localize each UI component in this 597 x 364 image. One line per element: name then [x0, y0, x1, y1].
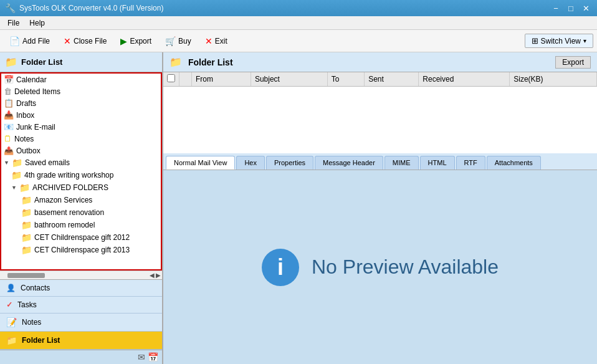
tree-item-saved-emails[interactable]: ▼ 📁 Saved emails [1, 156, 161, 169]
nav-folder-list[interactable]: 📁 Folder List [0, 332, 162, 350]
archived-folder-icon: 📁 [19, 183, 30, 193]
add-file-icon: 📄 [9, 36, 20, 46]
tab-properties[interactable]: Properties [266, 156, 313, 170]
email-table-container: From Subject To Sent Received Size(KB) [163, 72, 597, 153]
calendar-bottom-icon: 📅 [148, 352, 158, 362]
bottom-nav: 👤 Contacts ✓ Tasks 📝 Notes 📁 Folder List [0, 279, 162, 350]
bottom-icons-bar: ✉ 📅 [0, 350, 162, 364]
writing-workshop-icon: 📁 [11, 170, 22, 180]
close-button[interactable]: ✕ [580, 2, 592, 14]
left-panel: 📁 Folder List 📅 Calendar 🗑 Deleted Items… [0, 52, 163, 364]
junk-icon: 📧 [4, 122, 14, 132]
expand-saved-icon: ▼ [4, 160, 9, 166]
col-from: From [192, 72, 251, 87]
tree-item-junk[interactable]: 📧 Junk E-mail [1, 121, 161, 133]
drafts-icon: 📋 [4, 98, 14, 108]
nav-folder-icon: 📁 [6, 335, 17, 345]
amazon-folder-icon: 📁 [21, 195, 32, 205]
tab-rtf[interactable]: RTF [456, 156, 485, 170]
right-folder-icon: 📁 [170, 56, 182, 68]
folder-tree[interactable]: 📅 Calendar 🗑 Deleted Items 📋 Drafts 📥 In… [0, 72, 162, 271]
calendar-icon: 📅 [4, 75, 14, 84]
tree-item-notes[interactable]: 🗒 Notes [1, 133, 161, 145]
tree-item-bathroom[interactable]: 📁 bathroom remodel [1, 219, 161, 231]
contacts-icon: 👤 [6, 284, 16, 292]
preview-text: No Preview Available [312, 256, 499, 279]
menu-file[interactable]: File [2, 17, 24, 29]
inbox-icon: 📥 [4, 110, 14, 120]
app-icon: 🔧 [5, 3, 16, 13]
notes-icon: 🗒 [4, 134, 12, 143]
export-icon: ▶ [120, 36, 127, 46]
menu-help[interactable]: Help [24, 17, 50, 29]
deleted-icon: 🗑 [4, 87, 12, 96]
tree-item-amazon[interactable]: 📁 Amazon Services [1, 194, 161, 206]
main-layout: 📁 Folder List 📅 Calendar 🗑 Deleted Items… [0, 52, 597, 364]
exit-icon: ✕ [205, 36, 213, 46]
maximize-button[interactable]: □ [565, 2, 577, 14]
app-title: SysTools OLK Converter v4.0 (Full Versio… [19, 4, 163, 12]
tree-item-basement[interactable]: 📁 basement renovation [1, 206, 161, 219]
tree-item-cet2013[interactable]: 📁 CET Childrenspace gift 2013 [1, 244, 161, 256]
close-file-button[interactable]: ✕ Close File [58, 34, 112, 49]
export-right-button[interactable]: Export [555, 56, 591, 69]
toolbar: 📄 Add File ✕ Close File ▶ Export 🛒 Buy ✕… [0, 30, 597, 52]
buy-icon: 🛒 [165, 36, 176, 46]
col-flag [179, 72, 192, 87]
preview-info-icon: i [262, 249, 299, 286]
nav-notes[interactable]: 📝 Notes [0, 314, 162, 332]
tree-item-archived[interactable]: ▼ 📁 ARCHIVED FOLDERS [1, 181, 161, 194]
dropdown-arrow-icon: ▾ [583, 37, 586, 44]
tab-normal-mail[interactable]: Normal Mail View [166, 156, 235, 170]
col-size: Size(KB) [510, 72, 597, 87]
tree-item-cet2012[interactable]: 📁 CET Childrenspace gift 2012 [1, 231, 161, 244]
tab-hex[interactable]: Hex [236, 156, 265, 170]
folder-list-icon: 📁 [5, 56, 17, 68]
cet2013-folder-icon: 📁 [21, 245, 32, 255]
tab-attachments[interactable]: Attachments [487, 156, 541, 170]
buy-button[interactable]: 🛒 Buy [160, 34, 197, 49]
cet2012-folder-icon: 📁 [21, 232, 32, 242]
tree-item-deleted[interactable]: 🗑 Deleted Items [1, 85, 161, 97]
menu-bar: File Help [0, 16, 597, 30]
col-check [163, 72, 179, 87]
tree-item-calendar[interactable]: 📅 Calendar [1, 74, 161, 85]
right-folder-title: Folder List [188, 57, 233, 67]
scroll-right-arrow[interactable]: ▶ [156, 272, 161, 279]
tree-item-inbox[interactable]: 📥 Inbox [1, 109, 161, 121]
right-panel-header: 📁 Folder List Export [163, 52, 597, 72]
nav-tasks[interactable]: ✓ Tasks [0, 297, 162, 314]
minimize-button[interactable]: − [550, 2, 562, 14]
expand-archived-icon: ▼ [11, 184, 17, 191]
saved-folder-icon: 📁 [12, 158, 22, 168]
tasks-icon: ✓ [6, 300, 12, 309]
export-button[interactable]: ▶ Export [115, 34, 157, 49]
add-file-button[interactable]: 📄 Add File [4, 34, 55, 49]
switch-view-button[interactable]: ⊞ Switch View ▾ [525, 34, 593, 48]
horizontal-scrollbar[interactable]: ◀ ▶ [0, 271, 162, 279]
switch-view-icon: ⊞ [532, 36, 538, 46]
col-to: To [327, 72, 364, 87]
outbox-icon: 📤 [4, 146, 14, 155]
bathroom-folder-icon: 📁 [21, 220, 32, 230]
preview-area: i No Preview Available [163, 170, 597, 364]
tree-item-writing-workshop[interactable]: 📁 4th grade writing workshop [1, 169, 161, 181]
tree-item-outbox[interactable]: 📤 Outbox [1, 145, 161, 156]
basement-folder-icon: 📁 [21, 208, 32, 218]
tab-html[interactable]: HTML [420, 156, 455, 170]
preview-tabs: Normal Mail View Hex Properties Message … [163, 153, 597, 170]
col-sent: Sent [365, 72, 419, 87]
scroll-left-arrow[interactable]: ◀ [150, 272, 155, 279]
exit-button[interactable]: ✕ Exit [199, 34, 233, 49]
tree-item-drafts[interactable]: 📋 Drafts [1, 97, 161, 109]
tab-mime[interactable]: MIME [384, 156, 419, 170]
email-table: From Subject To Sent Received Size(KB) [163, 72, 597, 87]
select-all-checkbox[interactable] [167, 74, 175, 82]
nav-contacts[interactable]: 👤 Contacts [0, 280, 162, 297]
right-panel: 📁 Folder List Export From Subject To Sen… [163, 52, 597, 364]
nav-notes-icon: 📝 [6, 317, 17, 327]
tab-message-header[interactable]: Message Header [315, 156, 383, 170]
envelope-icon: ✉ [138, 352, 145, 362]
col-subject: Subject [251, 72, 327, 87]
folder-list-header: 📁 Folder List [0, 52, 162, 72]
